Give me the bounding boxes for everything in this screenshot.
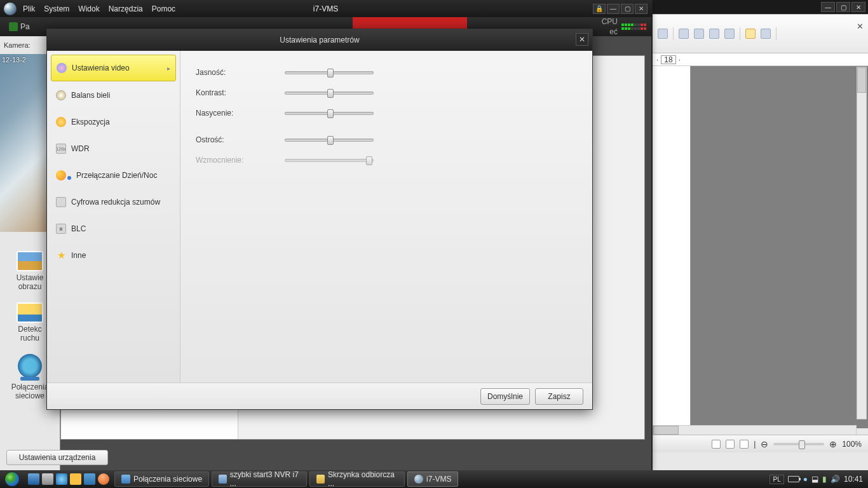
bg-page [653,66,691,428]
sharpness-label: Ostrość: [196,135,285,144]
net-label: eć [609,27,618,36]
sidebar-item-exposure[interactable]: Ekspozycja [51,109,176,135]
dialog-content: Jasność: Kontrast: Nasycenie: Ostrość: [180,51,592,383]
clock[interactable]: 10:41 [844,475,863,484]
mail-icon [316,475,325,484]
tab-label: Pa [20,22,30,31]
dnr-icon [56,197,66,207]
toolbar-highlight-icon[interactable] [745,29,756,39]
start-button[interactable] [0,470,24,488]
bg-scrollbar-horizontal[interactable] [653,425,857,435]
toolbar-icon[interactable] [658,29,668,39]
explorer-icon[interactable] [42,473,53,485]
saturation-label: Nasycenie: [196,109,285,118]
taskbar-item-mail[interactable]: Skrzynka odbiorcza ... [309,471,405,487]
folder-icon[interactable] [70,473,81,485]
toolbar-icon[interactable] [761,29,771,39]
view-mode-icon[interactable] [726,440,735,449]
menu-pomoc[interactable]: Pomoc [152,4,175,13]
taskbar-item-document[interactable]: szybki start3 NVR i7 ... [212,471,307,487]
show-desktop-icon[interactable] [28,473,39,485]
white-balance-icon [56,90,66,100]
ie-icon[interactable] [56,473,67,485]
zoom-slider[interactable] [773,443,824,445]
bg-maximize-button[interactable]: ▢ [836,2,850,12]
lock-button[interactable]: 🔒 [593,4,606,14]
wdr-icon: 128x [56,144,66,154]
arrow-down-icon[interactable] [694,29,704,39]
bg-document-area [653,66,868,428]
menu-narzedzia[interactable]: Narzędzia [109,4,143,13]
gain-label: Wzmocnienie: [196,156,285,165]
bg-toolbar [653,14,868,53]
sidebar-item-other[interactable]: ★ Inne [51,243,176,268]
sidebar-item-white-balance[interactable]: Balans bieli [51,83,176,108]
windows-logo-icon [4,471,20,487]
language-indicator[interactable]: PL [770,475,783,484]
view-mode-icon[interactable] [712,440,721,449]
star-icon: ★ [56,250,66,261]
bg-close-button[interactable]: ✕ [851,2,865,12]
taskbar: Połączenia sieciowe szybki start3 NVR i7… [0,470,868,488]
sidebar-item-day-night[interactable]: Przełączanie Dzień/Noc [51,163,176,188]
menu-plik[interactable]: Plik [23,4,35,13]
zoom-in-icon[interactable]: ⊕ [829,439,837,449]
save-button[interactable]: Zapisz [535,388,583,405]
zoom-out-icon[interactable]: ⊖ [761,439,768,449]
menu-system[interactable]: System [44,4,69,13]
tray-shield-icon[interactable]: ⬓ [811,475,818,484]
device-settings-button[interactable]: Ustawienia urządzenia [6,450,108,465]
arrow-up-icon[interactable] [679,29,689,39]
view-mode-icon[interactable] [740,440,749,449]
bg-scrollbar-vertical[interactable] [857,67,867,419]
bg-statusbar: | ⊖ ⊕ 100% [653,435,868,452]
menu-widok[interactable]: Widok [78,4,99,13]
battery-icon[interactable] [788,476,799,482]
gain-slider [285,159,374,162]
saturation-slider[interactable] [285,112,374,115]
sidebar-item-wdr[interactable]: 128x WDR [51,136,176,161]
sidebar-item-video-settings[interactable]: Ustawienia video [51,55,176,81]
background-editor-window: — ▢ ✕ ✕ · 18 · [651,0,868,470]
system-tray: PL ● ⬓ ▮ 🔊 10:41 [770,475,868,484]
grid-icon [9,22,18,31]
taskbar-item-network[interactable]: Połączenia sieciowe [114,471,209,487]
tray-network-icon[interactable]: ▮ [822,475,827,484]
scrollbar-thumb[interactable] [857,67,866,93]
default-button[interactable]: Domyślnie [480,388,530,405]
sidebar-item-dnr[interactable]: Cyfrowa redukcja szumów [51,189,176,215]
scrollbar-thumb[interactable] [653,426,679,435]
ruler-value: 18 [661,55,675,64]
vms-app-title: i7-VMS [313,4,338,13]
app-icon[interactable] [84,473,95,485]
close-button[interactable]: ✕ [635,4,648,14]
cpu-meter [621,24,646,30]
sphere-icon [57,63,67,73]
tray-app-icon[interactable]: ● [803,475,808,484]
sun-icon [56,117,66,127]
dialog-sidebar: Ustawienia video Balans bieli Ekspozycja… [47,51,180,383]
document-icon [219,475,227,484]
arrow-down-double-icon[interactable] [724,29,735,39]
quick-launch [24,473,113,485]
firefox-icon[interactable] [98,473,109,485]
taskbar-item-vms[interactable]: i7-VMS [407,471,458,487]
cpu-label: CPU [602,17,618,26]
vms-logo-icon [4,3,17,15]
dialog-close-button[interactable]: ✕ [576,33,588,46]
sharpness-slider[interactable] [285,139,374,142]
vms-menubar: Plik System Widok Narzędzia Pomoc [23,4,175,13]
vms-tab[interactable]: Pa [5,20,34,33]
arrow-up-double-icon[interactable] [709,29,719,39]
dialog-titlebar: Ustawienia parametrów ✕ [47,29,592,51]
doc-tab-close-icon[interactable]: ✕ [857,22,864,29]
maximize-button[interactable]: ▢ [621,4,634,14]
tray-volume-icon[interactable]: 🔊 [831,475,840,484]
sidebar-item-blc[interactable]: II BLC [51,216,176,241]
contrast-slider[interactable] [285,92,374,95]
vms-titlebar: Plik System Widok Narzędzia Pomoc i7-VMS… [0,0,651,17]
minimize-button[interactable]: — [607,4,620,14]
bg-minimize-button[interactable]: — [821,2,835,12]
brightness-slider[interactable] [285,71,374,74]
network-icon [121,475,130,484]
